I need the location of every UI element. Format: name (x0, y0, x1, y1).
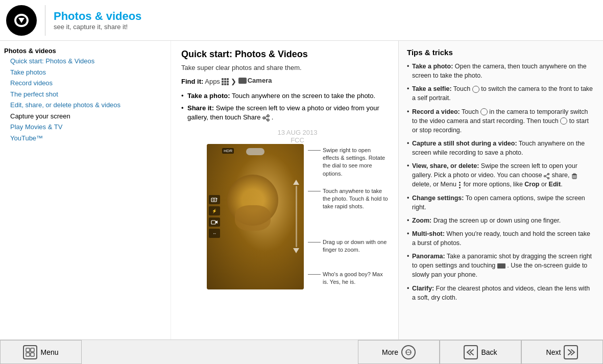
camera-switch-icon (472, 86, 479, 93)
record-icon (480, 108, 488, 115)
ann-text-4: Who's a good boy? Max is. Yes, he is. (323, 271, 388, 286)
sidebar-item-perfect-shot[interactable]: The perfect shot (4, 89, 166, 100)
sidebar-section-title: Photos & videos (4, 47, 166, 55)
sidebar: Photos & videos Quick start: Photos & Vi… (0, 41, 171, 339)
back-icon (464, 345, 478, 359)
tip-zoom-bold: Zoom: (412, 217, 431, 224)
svg-rect-7 (211, 221, 215, 224)
svg-point-25 (409, 352, 411, 353)
stop-icon (560, 117, 567, 125)
menu-icon (23, 345, 37, 359)
tip-zoom: Zoom: Drag the screen up or down using o… (407, 216, 595, 225)
tip-panorama: Panorama: Take a panoramic shot by dragg… (407, 252, 595, 279)
annotation-3: Drag up or down with one finger to zoom. (308, 238, 388, 254)
page-subtitle: see it, capture it, share it! (54, 23, 141, 31)
tip-record-bold: Record a video: (412, 108, 460, 115)
phone-area: 13 AUG 2013 FCC HDR (181, 129, 388, 287)
sidebar-item-record-videos[interactable]: Record videos (4, 78, 166, 89)
next-icon (564, 345, 578, 359)
tip-clarify: Clarify: For the clearest photos and vid… (407, 284, 595, 302)
camera-side-icons: ⚡ ↔ (209, 195, 220, 238)
tip-take-photo-bold: Take a photo: (412, 63, 453, 70)
camera-label: Camera (248, 77, 272, 84)
ann-text-3: Drag up or down with one finger to zoom. (323, 238, 388, 254)
camera-mode-icon-1[interactable] (209, 195, 220, 204)
tip-settings-bold: Change settings: (412, 195, 464, 202)
sidebar-item-play-movies[interactable]: Play Movies & TV (4, 122, 166, 133)
tip-capture-still: Capture a still shot during a video: Tou… (407, 139, 595, 157)
tip-take-photo: Take a photo: Open the camera, then touc… (407, 62, 595, 80)
svg-point-10 (548, 177, 549, 179)
tip-clarify-text: For the clearest photos and videos, clea… (412, 285, 590, 301)
svg-rect-19 (31, 348, 34, 352)
hdr-badge: HDR (222, 148, 234, 154)
svg-point-0 (267, 115, 269, 117)
camera-mode-icon-4[interactable]: ↔ (209, 229, 220, 238)
tip-selfie-text: Touch (453, 85, 472, 92)
menu-button[interactable]: Menu (0, 340, 82, 364)
ann-line-1 (308, 150, 321, 151)
bullet-share-it: Share it: Swipe the screen left to view … (181, 104, 388, 122)
svg-point-2 (267, 119, 269, 121)
header-divider (45, 5, 45, 36)
phone-screen: HDR ⚡ ↔ (207, 144, 304, 289)
middle-title: Quick start: Photos & Videos (181, 49, 388, 60)
right-panel: Tips & tricks Take a photo: Open the cam… (399, 41, 603, 339)
slider-arrow-down-icon[interactable] (293, 248, 299, 253)
svg-rect-20 (26, 353, 30, 356)
annotation-1: Swipe right to open effects & settings. … (308, 147, 388, 178)
tip-panorama-bold: Panorama: (412, 253, 445, 260)
menu-dots-icon (459, 182, 461, 188)
back-label: Back (481, 348, 497, 356)
tip-view-bold: View, share, or delete: (412, 162, 479, 169)
slider-arrow-up-icon[interactable] (293, 180, 299, 185)
slider-track[interactable] (296, 186, 297, 247)
fcc-stamp: FCC (291, 136, 304, 144)
tip-selfie-bold: Take a selfie: (412, 85, 452, 92)
camera-shutter[interactable] (246, 148, 264, 155)
tip-record-video: Record a video: Touch in the camera to t… (407, 107, 595, 135)
svg-line-11 (546, 175, 548, 176)
tip-view-share: View, share, or delete: Swipe the screen… (407, 161, 595, 189)
tip-view-text3: delete, or Menu (412, 181, 458, 188)
sidebar-item-capture-screen[interactable]: Capture your screen (4, 111, 166, 122)
camera-mode-icon-2[interactable]: ⚡ (209, 206, 220, 215)
camera-mode-icon-3[interactable] (209, 217, 220, 227)
more-button[interactable]: More (358, 340, 440, 364)
bullet-share-it-text: Swipe the screen left to view a photo or… (187, 104, 379, 121)
svg-point-6 (213, 199, 215, 201)
sidebar-item-take-photos[interactable]: Take photos (4, 67, 166, 78)
tip-change-settings: Change settings: To open camera options,… (407, 193, 595, 212)
phone-screen-container: HDR ⚡ ↔ (207, 144, 304, 291)
tip-view-text2: share, (552, 172, 570, 179)
back-button[interactable]: Back (440, 340, 521, 364)
find-it: Find it: Apps ❯ Camera (181, 77, 388, 85)
zoom-slider[interactable] (293, 158, 300, 275)
tip-multishot: Multi-shot: When you're ready, touch and… (407, 229, 595, 248)
annotation-2: Touch anywhere to take the photo. Touch … (308, 187, 388, 211)
middle-subtitle: Take super clear photos and share them. (181, 64, 388, 71)
menu-label: Menu (40, 348, 58, 356)
ann-text-2: Touch anywhere to take the photo. Touch … (323, 187, 388, 211)
bullet-take-photo-text: Touch anywhere on the screen to take the… (232, 92, 375, 100)
tip-record-text: Touch (462, 108, 480, 115)
sidebar-item-youtube[interactable]: YouTube™ (4, 133, 166, 144)
header-text: Photos & videos see it, capture it, shar… (54, 10, 141, 31)
sidebar-item-edit-share[interactable]: Edit, share, or delete photos & videos (4, 100, 166, 111)
tip-clarify-bold: Clarify: (412, 285, 434, 292)
svg-point-24 (408, 352, 409, 353)
sidebar-item-quick-start[interactable]: Quick start: Photos & Videos (4, 56, 166, 67)
svg-line-4 (265, 118, 267, 119)
svg-point-9 (544, 175, 546, 177)
next-button[interactable]: Next (521, 340, 603, 364)
header: Photos & videos see it, capture it, shar… (0, 0, 603, 41)
date-stamp: 13 AUG 2013 FCC (207, 129, 388, 144)
ann-text-1: Swipe right to open effects & settings. … (323, 147, 388, 178)
more-label: More (382, 348, 398, 356)
page-title: Photos & videos (54, 10, 141, 23)
middle-panel: Quick start: Photos & Videos Take super … (171, 41, 399, 339)
next-label: Next (546, 348, 561, 356)
find-it-path: Apps ❯ Camera (205, 78, 272, 85)
camera-small-icon (238, 78, 247, 84)
svg-line-3 (265, 116, 267, 117)
